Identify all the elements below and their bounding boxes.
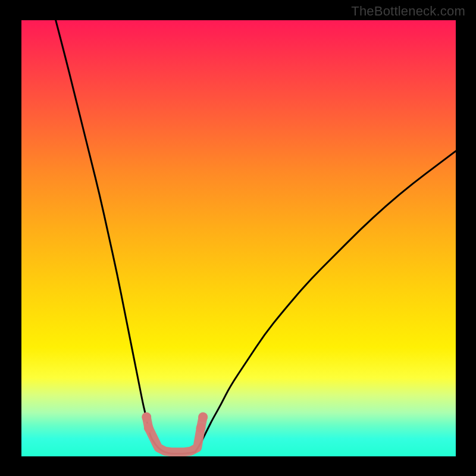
valley-marker-dot [198, 412, 208, 422]
watermark-text: TheBottleneck.com [351, 4, 465, 19]
valley-marker-dot [144, 423, 154, 433]
valley-marker-dot [142, 412, 151, 422]
bottleneck-curve [56, 20, 456, 454]
chart-frame: TheBottleneck.com [0, 0, 476, 476]
valley-marker-band [146, 417, 203, 452]
curve-overlay [21, 20, 456, 456]
valley-marker-dot [196, 423, 205, 433]
